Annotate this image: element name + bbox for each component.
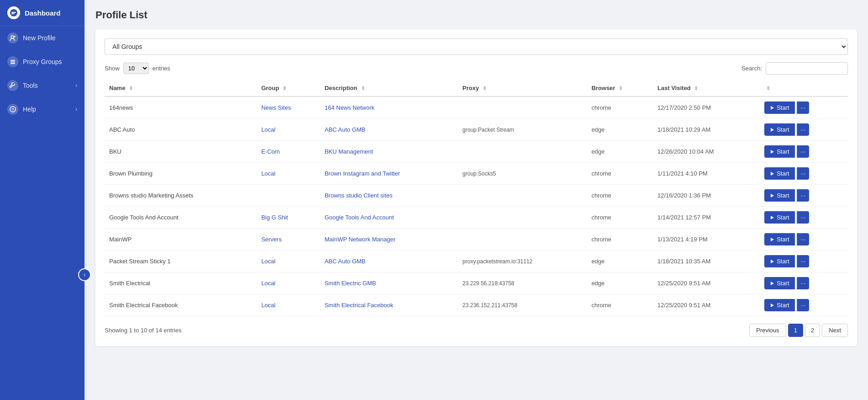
start-button[interactable]: Start [764, 233, 794, 245]
page-1-button[interactable]: 1 [788, 324, 803, 337]
cell-group[interactable]: Big G Shit [257, 207, 320, 229]
cell-group[interactable]: E-Com [257, 141, 320, 163]
cell-group[interactable]: News Sites [257, 96, 320, 119]
cell-description[interactable]: Brown Instagram and Twitter [320, 163, 458, 185]
cell-name: Google Tools And Account [105, 207, 257, 229]
start-button[interactable]: Start [764, 123, 794, 136]
cell-description[interactable]: BKU Management [320, 141, 458, 163]
cell-group[interactable]: Local [257, 163, 320, 185]
col-header-group[interactable]: Group ⇕ [257, 80, 320, 96]
col-header-last-visited[interactable]: Last Visited ⇕ [653, 80, 760, 96]
more-button[interactable]: ··· [797, 101, 810, 114]
cell-last-visited: 1/18/2021 10:35 AM [653, 251, 760, 272]
cell-browser: chrome [587, 185, 653, 207]
sidebar-item-proxy-groups[interactable]: Proxy Groups [0, 50, 85, 74]
sort-icon-actions: ⇕ [766, 85, 770, 91]
start-button[interactable]: Start [764, 211, 794, 224]
cell-description[interactable]: Smith Electrical Facebook [320, 294, 458, 316]
sidebar-item-help[interactable]: ? Help › [0, 97, 85, 121]
entries-select[interactable]: 10 25 50 100 [123, 63, 149, 74]
table-row: Smith Electrical FacebookLocalSmith Elec… [105, 294, 848, 316]
cell-group[interactable]: Local [257, 294, 320, 316]
start-button[interactable]: Start [764, 101, 794, 114]
group-filter-select[interactable]: All Groups Local News Sites E-Com Server… [105, 38, 848, 55]
table-row: BKUE-ComBKU Managementedge12/26/2020 10:… [105, 141, 848, 163]
cell-group[interactable]: Local [257, 119, 320, 141]
more-button[interactable]: ··· [797, 167, 810, 180]
actions-group: Start··· [764, 189, 843, 202]
cell-group[interactable]: Local [257, 251, 320, 272]
cell-proxy [458, 141, 587, 163]
pagination-controls: Previous 1 2 Next [749, 324, 848, 337]
logo-icon [7, 6, 20, 19]
svg-marker-16 [771, 216, 774, 219]
sidebar-collapse-button[interactable]: ‹ [78, 268, 91, 281]
more-button[interactable]: ··· [797, 123, 810, 136]
cell-description[interactable]: ABC Auto GMB [320, 119, 458, 141]
cell-proxy [458, 185, 587, 207]
sort-icon-group: ⇕ [282, 85, 286, 91]
cell-group[interactable]: Servers [257, 229, 320, 251]
svg-rect-2 [11, 13, 15, 14]
sort-icon-description: ⇕ [361, 85, 365, 91]
cell-browser: edge [587, 272, 653, 294]
cell-actions: Start··· [760, 229, 848, 251]
cell-description[interactable]: ABC Auto GMB [320, 251, 458, 272]
svg-marker-14 [771, 172, 774, 176]
table-row: Smith ElectricalLocalSmith Electric GMB2… [105, 272, 848, 294]
wrench-icon [7, 80, 18, 91]
sidebar-item-tools-label: Tools [23, 82, 38, 89]
svg-marker-11 [771, 106, 774, 110]
previous-button[interactable]: Previous [749, 324, 786, 337]
cell-browser: edge [587, 141, 653, 163]
start-button[interactable]: Start [764, 189, 794, 202]
more-button[interactable]: ··· [797, 233, 810, 245]
cell-description[interactable]: 164 News Network [320, 96, 458, 119]
svg-marker-20 [771, 304, 774, 307]
more-button[interactable]: ··· [797, 277, 810, 289]
page-2-button[interactable]: 2 [805, 324, 820, 337]
profiles-table: Name ⇕ Group ⇕ Description ⇕ Proxy ⇕ Bro… [105, 80, 848, 316]
cell-actions: Start··· [760, 119, 848, 141]
start-button[interactable]: Start [764, 255, 794, 267]
chevron-right-icon-help: › [75, 106, 77, 112]
filter-bar: All Groups Local News Sites E-Com Server… [105, 38, 848, 55]
col-header-proxy[interactable]: Proxy ⇕ [458, 80, 587, 96]
cell-last-visited: 1/18/2021 10:29 AM [653, 119, 760, 141]
next-button[interactable]: Next [822, 324, 848, 337]
start-button[interactable]: Start [764, 277, 794, 289]
cell-last-visited: 12/26/2020 10:04 AM [653, 141, 760, 163]
search-control: Search: [741, 62, 848, 75]
cell-browser: chrome [587, 229, 653, 251]
sidebar-item-tools[interactable]: Tools › [0, 74, 85, 97]
more-button[interactable]: ··· [797, 189, 810, 202]
more-button[interactable]: ··· [797, 299, 810, 311]
svg-marker-13 [771, 150, 774, 154]
cell-group [257, 185, 320, 207]
col-header-name[interactable]: Name ⇕ [105, 80, 257, 96]
cell-description[interactable]: MainWP Network Manager [320, 229, 458, 251]
start-button[interactable]: Start [764, 167, 794, 180]
main-content: Profile List All Groups Local News Sites… [85, 0, 868, 400]
cell-description[interactable]: Google Tools And Account [320, 207, 458, 229]
start-button[interactable]: Start [764, 299, 794, 311]
entries-label: entries [153, 65, 170, 72]
sidebar-item-new-profile[interactable]: New Profile [0, 26, 85, 50]
cell-actions: Start··· [760, 185, 848, 207]
cell-actions: Start··· [760, 294, 848, 316]
cell-last-visited: 12/25/2020 9:51 AM [653, 294, 760, 316]
more-button[interactable]: ··· [797, 145, 810, 158]
table-row: ABC AutoLocalABC Auto GMBgroup:Packet St… [105, 119, 848, 141]
cell-actions: Start··· [760, 141, 848, 163]
col-header-browser[interactable]: Browser ⇕ [587, 80, 653, 96]
table-body: 164newsNews Sites164 News Networkchrome1… [105, 96, 848, 316]
start-button[interactable]: Start [764, 145, 794, 158]
cell-group[interactable]: Local [257, 272, 320, 294]
col-header-description[interactable]: Description ⇕ [320, 80, 458, 96]
more-button[interactable]: ··· [797, 211, 810, 224]
cell-description[interactable]: Browns studio Client sites [320, 185, 458, 207]
show-label: Show [105, 65, 120, 72]
search-input[interactable] [766, 62, 848, 75]
cell-description[interactable]: Smith Electric GMB [320, 272, 458, 294]
more-button[interactable]: ··· [797, 255, 810, 267]
